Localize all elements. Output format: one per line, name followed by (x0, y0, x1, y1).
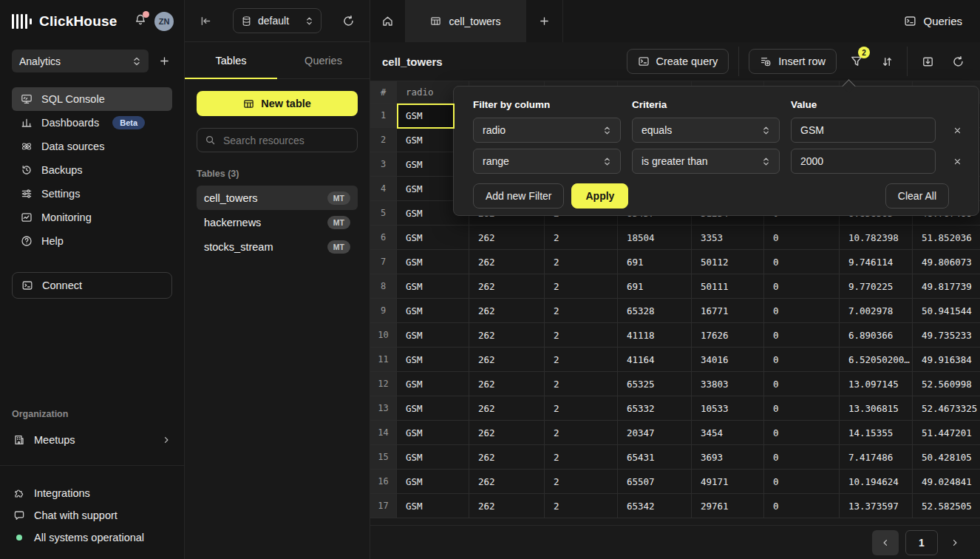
filter-value-input-1[interactable] (791, 118, 936, 143)
table-cell[interactable]: GSM (397, 421, 469, 445)
table-cell[interactable]: 6.52050200… (840, 348, 913, 372)
table-cell[interactable]: 0 (764, 348, 840, 372)
collapse-left-icon[interactable] (200, 15, 212, 27)
table-cell[interactable]: 49.817739 (913, 274, 980, 299)
row-number[interactable]: 14 (370, 421, 397, 445)
table-cell[interactable]: 52.4673325 (913, 396, 980, 421)
table-cell[interactable]: 262 (469, 470, 545, 494)
row-number[interactable]: 4 (370, 177, 397, 201)
table-cell[interactable]: 18504 (618, 226, 692, 250)
table-cell[interactable]: 262 (469, 299, 545, 323)
row-number[interactable]: 1 (370, 104, 397, 128)
table-cell[interactable]: 49.024841 (913, 470, 980, 494)
table-cell[interactable]: 262 (469, 348, 545, 372)
table-cell[interactable]: 50111 (692, 274, 764, 299)
table-cell[interactable]: 2 (545, 348, 618, 372)
table-cell[interactable]: 33803 (692, 372, 764, 396)
table-cell[interactable]: 10.194624 (840, 470, 913, 494)
table-cell[interactable]: 41164 (618, 348, 692, 372)
table-cell[interactable]: 2 (545, 250, 618, 274)
new-tab-button[interactable] (526, 0, 563, 42)
explorer-tab-tables[interactable]: Tables (185, 42, 277, 78)
search-input[interactable] (222, 134, 350, 147)
table-cell[interactable]: 262 (469, 445, 545, 470)
table-cell[interactable]: 0 (764, 494, 840, 518)
table-cell[interactable]: 0 (764, 250, 840, 274)
avatar[interactable]: ZN (154, 12, 174, 31)
table-cell[interactable]: 9.770225 (840, 274, 913, 299)
row-number[interactable]: 9 (370, 299, 397, 323)
clear-filters-button[interactable]: Clear All (885, 183, 949, 209)
table-cell[interactable]: 51.852036 (913, 226, 980, 250)
connect-button[interactable]: Connect (12, 272, 172, 299)
table-cell[interactable]: 49.806073 (913, 250, 980, 274)
table-cell[interactable]: 7.002978 (840, 299, 913, 323)
add-workspace-button[interactable] (156, 53, 172, 70)
table-cell[interactable]: 0 (764, 470, 840, 494)
row-number[interactable]: 2 (370, 128, 397, 152)
table-cell[interactable]: 13.373597 (840, 494, 913, 518)
remove-filter-button-1[interactable] (947, 120, 967, 140)
table-cell[interactable]: 34016 (692, 348, 764, 372)
row-number[interactable]: 16 (370, 470, 397, 494)
table-cell[interactable]: 20347 (618, 421, 692, 445)
table-cell[interactable]: 0 (764, 299, 840, 323)
table-cell[interactable]: 0 (764, 323, 840, 348)
column-header-0[interactable]: # (370, 81, 397, 104)
table-cell[interactable]: 262 (469, 323, 545, 348)
table-cell[interactable]: 52.560998 (913, 372, 980, 396)
footer-item-integrations[interactable]: Integrations (13, 482, 172, 504)
table-cell[interactable]: 262 (469, 421, 545, 445)
table-cell[interactable]: GSM (397, 445, 469, 470)
table-cell[interactable]: GSM (397, 372, 469, 396)
table-cell[interactable]: 17626 (692, 323, 764, 348)
table-cell[interactable]: 13.097145 (840, 372, 913, 396)
table-cell[interactable]: 2 (545, 323, 618, 348)
table-cell[interactable]: 41118 (618, 323, 692, 348)
row-number[interactable]: 17 (370, 494, 397, 518)
sidebar-item-data-sources[interactable]: Data sources (12, 135, 172, 158)
create-query-button[interactable]: Create query (627, 49, 729, 74)
footer-item-all-systems-operational[interactable]: All systems operational (13, 526, 172, 549)
table-cell[interactable]: 2 (545, 299, 618, 323)
prev-page-button[interactable] (872, 530, 899, 555)
table-cell[interactable]: 52.582505 (913, 494, 980, 518)
filter-criteria-select-2[interactable]: is greater than (632, 149, 780, 174)
add-filter-button[interactable]: Add new Filter (473, 183, 564, 209)
table-cell[interactable]: 10533 (692, 396, 764, 421)
table-cell[interactable]: 2 (545, 494, 618, 518)
table-cell[interactable]: 0 (764, 226, 840, 250)
table-cell[interactable]: 65332 (618, 396, 692, 421)
new-table-button[interactable]: New table (197, 91, 358, 116)
database-select[interactable]: default (233, 8, 321, 33)
table-cell[interactable]: 7.417486 (840, 445, 913, 470)
table-cell[interactable]: 0 (764, 445, 840, 470)
table-cell[interactable]: 6.890366 (840, 323, 913, 348)
remove-filter-button-2[interactable] (947, 151, 967, 172)
footer-item-chat-with-support[interactable]: Chat with support (13, 504, 172, 526)
filter-column-select-1[interactable]: radio (473, 118, 621, 143)
filter-button[interactable]: 2 (846, 51, 867, 72)
table-cell[interactable]: 2 (545, 274, 618, 299)
table-cell[interactable]: GSM (397, 274, 469, 299)
table-cell[interactable]: 0 (764, 421, 840, 445)
table-cell[interactable]: 65507 (618, 470, 692, 494)
table-cell[interactable]: 262 (469, 250, 545, 274)
row-number[interactable]: 11 (370, 348, 397, 372)
table-cell[interactable]: 65325 (618, 372, 692, 396)
sidebar-item-settings[interactable]: Settings (12, 182, 172, 206)
table-cell[interactable]: 262 (469, 494, 545, 518)
table-cell[interactable]: 50112 (692, 250, 764, 274)
row-number[interactable]: 6 (370, 226, 397, 250)
table-list-item-stocks-stream[interactable]: stocks_stream MT (197, 234, 358, 259)
table-cell[interactable]: 262 (469, 372, 545, 396)
table-cell[interactable]: 14.15355 (840, 421, 913, 445)
table-cell[interactable]: GSM (397, 299, 469, 323)
table-cell[interactable]: 49.735233 (913, 323, 980, 348)
page-number[interactable]: 1 (905, 530, 938, 555)
table-cell[interactable]: 2 (545, 421, 618, 445)
table-cell[interactable]: 65328 (618, 299, 692, 323)
sidebar-item-sql-console[interactable]: SQL Console (12, 87, 172, 111)
sort-button[interactable] (877, 51, 897, 72)
home-button[interactable] (370, 0, 405, 42)
